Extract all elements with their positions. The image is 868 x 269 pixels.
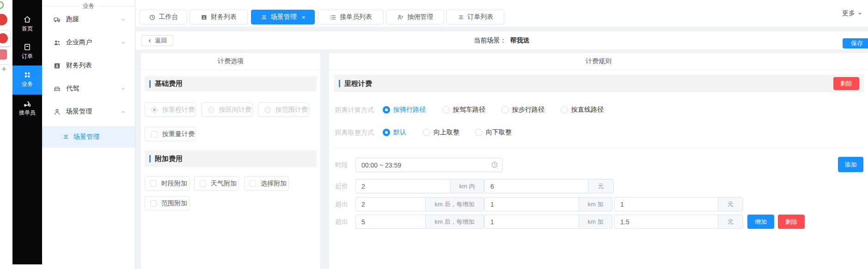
close-tab-icon[interactable]: × xyxy=(302,14,306,20)
billing-options-title: 计费选项 xyxy=(141,53,320,70)
add-time-range-button[interactable]: 添加 xyxy=(838,157,863,172)
radio-walking-route[interactable]: 按步行路径 xyxy=(501,105,544,115)
radio-round-up[interactable]: 向上取整 xyxy=(423,127,459,137)
save-button[interactable]: 保存 xyxy=(843,38,868,48)
person-lines-icon xyxy=(397,14,404,21)
excess-step-group: km 加 xyxy=(484,215,612,229)
menu-lines-icon xyxy=(458,14,465,21)
base-price-input[interactable] xyxy=(484,179,588,193)
title-divider-left xyxy=(42,6,79,6)
time-range-input[interactable] xyxy=(355,158,503,172)
tab-order-list[interactable]: 订单列表 xyxy=(446,10,504,24)
base-price-row: 起价 km 内 元 xyxy=(329,179,868,193)
pink-doc-pin-icon[interactable] xyxy=(0,49,7,60)
billing-rules-title: 计费规则 xyxy=(329,53,868,70)
section-accent-bar xyxy=(339,80,340,87)
radio-round-default[interactable]: 默认 xyxy=(383,127,406,137)
delete-excess-row-button[interactable]: 删除 xyxy=(778,215,805,229)
tab-commission[interactable]: 抽佣管理 xyxy=(386,10,444,24)
yuan-addon: 元 xyxy=(718,215,743,229)
open-tabs-bar: 工作台 财务列表 场景管理 × 接单员列表 抽佣管理 订单列表 更多 xyxy=(135,0,868,27)
finance-card-icon xyxy=(201,14,208,21)
nav-rail-item-business[interactable]: 业务 xyxy=(12,71,42,88)
section-accent-bar xyxy=(149,80,151,88)
red-circle-pin-icon[interactable] xyxy=(0,14,7,25)
list-icon xyxy=(330,14,336,21)
checkbox-select-extra[interactable]: 选择附加 xyxy=(244,176,289,191)
base-distance-input[interactable] xyxy=(355,179,450,193)
add-excess-row-button[interactable]: 增加 xyxy=(747,215,774,229)
merchants-users-icon xyxy=(53,39,61,47)
clock-icon xyxy=(491,161,498,168)
km-after-addon: km 后，每增加 xyxy=(425,197,484,211)
title-divider-right xyxy=(98,6,135,6)
excess-distance-input[interactable] xyxy=(355,197,425,211)
radio-driving-route[interactable]: 按驾车路径 xyxy=(442,105,485,115)
nav-rail-item-home[interactable]: 首页 xyxy=(12,15,42,33)
excess-step-input[interactable] xyxy=(484,197,579,211)
more-tabs-button[interactable]: 更多 xyxy=(842,0,862,27)
browser-edge-strip: + xyxy=(0,0,12,269)
km-add-addon: km 加 xyxy=(579,197,612,211)
tab-finance-list[interactable]: 财务列表 xyxy=(189,10,248,24)
add-plus-icon[interactable]: + xyxy=(1,65,6,74)
radio-off-icon xyxy=(442,106,450,114)
base-distance-group: km 内 xyxy=(355,179,484,193)
checkbox-by-weight[interactable]: 按重量计费 xyxy=(145,127,196,141)
excess-step-group: km 加 xyxy=(484,197,612,211)
errand-truck-icon xyxy=(53,16,61,24)
excess-distance-input[interactable] xyxy=(355,215,425,229)
current-scene-label: 当前场景： xyxy=(474,36,507,45)
base-price-group: 元 xyxy=(484,179,614,193)
menu-item-scene-management[interactable]: 场景管理 xyxy=(42,100,135,123)
checkbox-icon xyxy=(200,180,206,187)
radio-selected-disabled-icon xyxy=(151,107,158,113)
business-side-menu: 业务 跑腿 企业商户 财务列表 代驾 场景管理 场景管理 xyxy=(42,0,135,269)
radio-off-icon xyxy=(501,106,509,114)
radio-riding-route[interactable]: 按骑行路径 xyxy=(383,105,426,115)
rules-divider xyxy=(334,148,864,148)
tab-workbench[interactable]: 工作台 xyxy=(140,10,187,24)
current-scene: 当前场景： 帮我送 xyxy=(135,31,868,49)
chevron-down-icon xyxy=(857,11,862,16)
scene-toolbar: 返回 当前场景： 帮我送 保存 xyxy=(135,31,868,49)
nav-rail-item-orders[interactable]: 订单 xyxy=(12,43,42,60)
menu-item-merchants[interactable]: 企业商户 xyxy=(42,31,135,54)
dashboard-clock-icon xyxy=(149,14,156,21)
radio-round-down[interactable]: 向下取整 xyxy=(475,127,512,137)
tab-scene-management-active[interactable]: 场景管理 × xyxy=(251,10,315,24)
distance-calc-row: 距离计算方式 按骑行路径 按驾车路径 按步行路径 按直线路径 xyxy=(329,105,868,115)
excess-distance-group: km 后，每增加 xyxy=(355,215,484,229)
checkbox-icon xyxy=(250,180,256,187)
billing-rules-panel: 计费规则 里程计费 删除 距离计算方式 按骑行路径 按驾车路径 按步行路径 xyxy=(329,53,868,269)
nav-rail-item-couriers[interactable]: 接单员 xyxy=(12,99,42,117)
radio-unselected-disabled-icon xyxy=(264,107,271,113)
pinned-card[interactable] xyxy=(0,30,11,46)
chevron-up-icon xyxy=(121,109,126,114)
green-ring-pin-icon[interactable] xyxy=(0,1,4,9)
checkbox-weather-extra[interactable]: 天气附加 xyxy=(194,176,239,191)
menu-lines-icon xyxy=(261,14,268,21)
excess-price-input[interactable] xyxy=(614,197,718,211)
excess-step-input[interactable] xyxy=(484,215,579,229)
tab-courier-list[interactable]: 接单员列表 xyxy=(318,10,384,24)
km-add-addon: km 加 xyxy=(579,215,612,229)
radio-straight-line-route[interactable]: 按直线路径 xyxy=(561,105,604,115)
checkbox-range-extra[interactable]: 范围附加 xyxy=(145,196,189,210)
menu-item-finance[interactable]: 财务列表 xyxy=(42,54,135,77)
chevron-down-icon xyxy=(121,86,126,91)
time-range-row: 时段 xyxy=(329,158,868,172)
excess-price-input[interactable] xyxy=(614,215,718,229)
checkbox-icon xyxy=(151,131,158,137)
checkbox-time-extra[interactable]: 时段附加 xyxy=(145,176,189,191)
main-area: 工作台 财务列表 场景管理 × 接单员列表 抽佣管理 订单列表 更多 xyxy=(135,0,868,269)
car-icon xyxy=(53,85,61,93)
delete-section-button[interactable]: 删除 xyxy=(833,77,859,90)
yuan-addon: 元 xyxy=(718,197,743,211)
menu-item-driver[interactable]: 代驾 xyxy=(42,77,135,100)
primary-nav-rail: 首页 订单 业务 接单员 xyxy=(12,0,42,264)
menu-item-errand[interactable]: 跑腿 xyxy=(42,8,135,31)
section-accent-bar xyxy=(149,155,151,162)
base-fee-section-header: 基础费用 xyxy=(145,76,317,91)
submenu-item-scene-management-active[interactable]: 场景管理 xyxy=(42,126,135,148)
